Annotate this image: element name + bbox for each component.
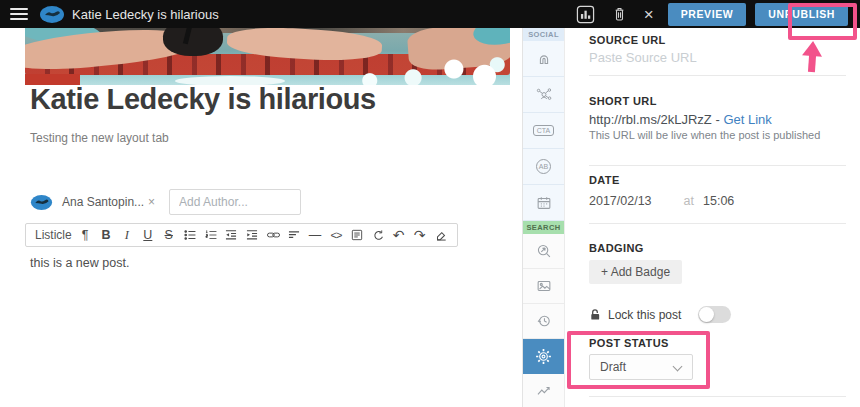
- paragraph-button[interactable]: ¶: [78, 227, 93, 244]
- subtitle[interactable]: Testing the new layout tab: [30, 131, 169, 145]
- lock-toggle[interactable]: [698, 306, 731, 323]
- hero-image[interactable]: [25, 28, 510, 85]
- calendar-icon[interactable]: [523, 185, 564, 221]
- gear-icon: [534, 347, 553, 366]
- add-author-input[interactable]: [169, 189, 301, 215]
- date-row: 2017/02/13 at 15:06: [589, 194, 734, 208]
- divider: [589, 165, 846, 166]
- date-header: DATE: [589, 174, 620, 186]
- post-title: Katie Ledecky is hilarious: [72, 7, 219, 22]
- settings-icon-strip: SOCIAL CTA AB SEARCH: [522, 28, 565, 407]
- social-section-label: SOCIAL: [523, 28, 564, 41]
- search-section-label: SEARCH: [523, 221, 564, 234]
- remove-author-button[interactable]: ×: [148, 195, 155, 209]
- layout-magnet-icon[interactable]: [523, 41, 564, 77]
- settings-gear-tab[interactable]: [523, 339, 564, 374]
- outdent-icon[interactable]: [224, 227, 239, 244]
- headline[interactable]: Katie Ledecky is hilarious: [30, 83, 500, 116]
- share-network-icon[interactable]: [523, 77, 564, 113]
- numbered-list-icon[interactable]: [203, 227, 218, 244]
- trash-icon[interactable]: [610, 4, 630, 24]
- settings-panel: SOURCE URL SHORT URL http://rbl.ms/2kLJR…: [566, 28, 860, 407]
- align-left-icon[interactable]: [287, 227, 302, 244]
- badging-header: BADGING: [589, 242, 644, 254]
- rotate-insert-icon[interactable]: [370, 227, 385, 244]
- date-field[interactable]: 2017/02/13: [589, 194, 652, 208]
- redo-icon[interactable]: ↷: [412, 227, 427, 244]
- bullet-list-icon[interactable]: [182, 227, 197, 244]
- body-text[interactable]: this is a new post.: [30, 256, 129, 270]
- topbar-actions: × PREVIEW UNPUBLISH: [576, 0, 856, 28]
- media-image-icon[interactable]: [523, 269, 564, 304]
- preview-button[interactable]: PREVIEW: [668, 3, 747, 26]
- cta-tab[interactable]: CTA: [523, 113, 564, 149]
- source-url-header: SOURCE URL: [589, 34, 666, 46]
- indent-icon[interactable]: [245, 227, 260, 244]
- short-url-value: http://rbl.ms/2kLJRzZ - Get Link: [589, 112, 772, 127]
- source-url-input[interactable]: [589, 50, 829, 65]
- close-icon[interactable]: ×: [644, 6, 654, 23]
- ab-test-tab[interactable]: AB: [523, 149, 564, 185]
- author-name: Ana Santopin...: [62, 195, 144, 209]
- author-row: Ana Santopin... ×: [30, 189, 301, 215]
- app-window: Katie Ledecky is hilarious × PREVIEW: [0, 0, 860, 407]
- lock-row: Lock this post: [589, 306, 731, 323]
- post-status-value: Draft: [600, 360, 626, 374]
- cta-label: CTA: [533, 125, 554, 136]
- bold-button[interactable]: B: [99, 227, 114, 244]
- divider: [589, 223, 846, 224]
- author-avatar: [30, 194, 53, 211]
- brand-logo-icon: [39, 5, 65, 24]
- divider: [589, 396, 846, 397]
- topbar: Katie Ledecky is hilarious × PREVIEW: [0, 0, 860, 28]
- strikethrough-button[interactable]: S: [161, 227, 176, 244]
- lock-label: Lock this post: [608, 308, 681, 322]
- underline-button[interactable]: U: [140, 227, 155, 244]
- eraser-icon[interactable]: [433, 227, 448, 244]
- article-block-icon[interactable]: [349, 227, 364, 244]
- undo-icon[interactable]: ↶: [391, 227, 406, 244]
- get-link-button[interactable]: Get Link: [723, 112, 771, 127]
- short-url-text: http://rbl.ms/2kLJRzZ: [589, 112, 712, 127]
- link-icon[interactable]: [266, 227, 281, 244]
- hero-art-swimmer: [163, 28, 223, 56]
- post-status-header: POST STATUS: [589, 337, 669, 349]
- format-toolbar: Listicle ¶ B I U S: [25, 223, 458, 247]
- chevron-down-icon: [673, 362, 683, 372]
- italic-button[interactable]: I: [119, 227, 134, 244]
- lock-icon: [589, 308, 601, 321]
- ab-label: AB: [536, 159, 551, 174]
- trending-stats-icon[interactable]: [523, 374, 564, 407]
- post-status-dropdown[interactable]: Draft: [589, 354, 693, 380]
- style-select[interactable]: Listicle: [35, 228, 72, 242]
- code-button[interactable]: <>: [328, 227, 343, 244]
- editor-canvas: Katie Ledecky is hilarious Testing the n…: [0, 28, 522, 407]
- short-url-header: SHORT URL: [589, 95, 657, 107]
- unpublish-button[interactable]: UNPUBLISH: [755, 3, 848, 26]
- horizontal-rule-button[interactable]: —: [308, 227, 323, 244]
- time-field[interactable]: 15:06: [703, 194, 734, 208]
- stats-icon[interactable]: [576, 4, 596, 24]
- seo-explore-icon[interactable]: [523, 234, 564, 269]
- short-url-separator: -: [712, 112, 724, 127]
- menu-icon[interactable]: [10, 8, 28, 20]
- add-badge-button[interactable]: + Add Badge: [589, 260, 682, 284]
- hero-art-splash: [255, 56, 510, 85]
- history-icon[interactable]: [523, 304, 564, 339]
- short-url-note: This URL will be live when the post is p…: [589, 129, 820, 141]
- at-label: at: [684, 194, 694, 208]
- divider: [589, 75, 846, 76]
- toggle-knob: [699, 307, 714, 322]
